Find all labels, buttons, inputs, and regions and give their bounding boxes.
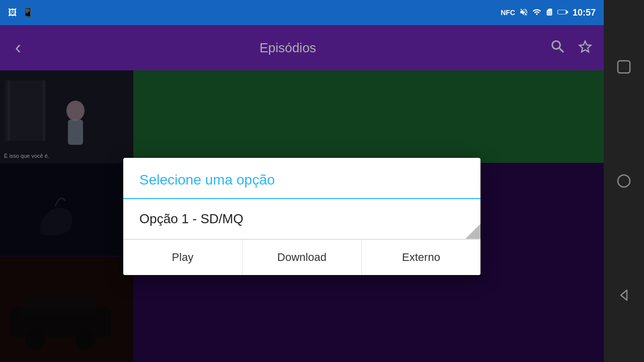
sim-icon [545, 8, 553, 18]
square-nav-button[interactable] [611, 54, 636, 79]
mute-icon [519, 8, 528, 18]
dialog-header: Selecione uma opção [123, 158, 480, 199]
wifi-icon [532, 8, 541, 18]
dialog-overlay: Selecione uma opção Opção 1 - SD/MQ Play… [0, 70, 604, 362]
play-button[interactable]: Play [123, 240, 243, 275]
dialog: Selecione uma opção Opção 1 - SD/MQ Play… [123, 158, 480, 275]
nfc-icon: NFC [501, 9, 515, 17]
dialog-corner-decoration [465, 224, 480, 239]
app-bar: ‹ Episódios [0, 25, 604, 70]
time-display: 10:57 [573, 8, 596, 18]
dialog-title: Selecione uma opção [139, 172, 275, 188]
svg-rect-2 [567, 11, 568, 13]
svg-rect-1 [558, 10, 566, 14]
dialog-actions: Play Download Externo [123, 239, 480, 275]
download-button[interactable]: Download [243, 240, 362, 275]
externo-button[interactable]: Externo [362, 240, 480, 275]
favorite-icon[interactable] [577, 38, 594, 57]
back-nav-button[interactable] [611, 283, 636, 308]
dialog-content: Opção 1 - SD/MQ [123, 199, 480, 239]
nav-buttons [604, 0, 644, 362]
battery-icon [557, 9, 569, 17]
status-bar-left: 🖼 📱 [8, 7, 33, 18]
circle-nav-button[interactable] [611, 168, 636, 194]
svg-point-16 [618, 175, 630, 187]
gallery-icon: 🖼 [8, 8, 17, 18]
page-title: Episódios [26, 40, 549, 56]
svg-marker-17 [621, 290, 627, 300]
search-icon[interactable] [549, 38, 567, 57]
svg-rect-15 [618, 61, 630, 73]
status-bar: 🖼 📱 NFC 10:57 [0, 0, 604, 25]
dialog-option: Opção 1 - SD/MQ [139, 211, 244, 226]
app-bar-actions [549, 38, 594, 57]
status-bar-right: NFC 10:57 [501, 8, 596, 18]
android-icon: 📱 [22, 7, 33, 18]
back-button[interactable]: ‹ [10, 32, 26, 63]
